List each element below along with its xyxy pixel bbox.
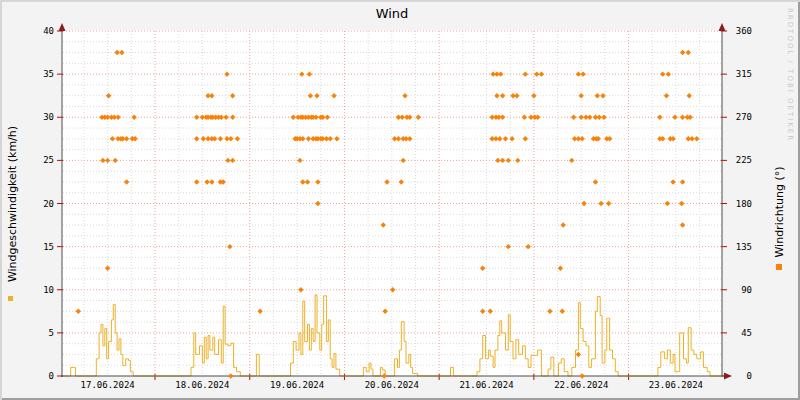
- date-label: 21.06.2024: [459, 380, 513, 390]
- right-tick-label: 270: [722, 112, 752, 122]
- date-label: 17.06.2024: [81, 380, 135, 390]
- left-tick-label: 0: [18, 371, 54, 381]
- left-tick-label: 25: [18, 155, 54, 165]
- right-tick-label: 0: [722, 371, 752, 381]
- left-tick-label: 10: [18, 285, 54, 295]
- date-label: 22.06.2024: [554, 380, 608, 390]
- right-tick-label: 225: [722, 155, 752, 165]
- right-tick-label: 135: [722, 242, 752, 252]
- left-tick-label: 30: [18, 112, 54, 122]
- right-tick-label: 360: [722, 26, 752, 36]
- right-tick-label: 90: [722, 285, 752, 295]
- right-tick-label: 45: [722, 328, 752, 338]
- up-arrow-icon: [59, 23, 66, 31]
- left-tick-label: 15: [18, 242, 54, 252]
- date-label: 23.06.2024: [649, 380, 703, 390]
- left-tick-label: 5: [18, 328, 54, 338]
- right-tick-label: 180: [722, 199, 752, 209]
- chart-plot-area: [0, 0, 800, 400]
- left-tick-label: 40: [18, 26, 54, 36]
- left-tick-label: 35: [18, 69, 54, 79]
- rrdtool-wind-graph: Wind Windgeschwindigkeit (km/h) Windrich…: [0, 0, 800, 400]
- date-label: 18.06.2024: [175, 380, 229, 390]
- date-label: 19.06.2024: [270, 380, 324, 390]
- right-tick-label: 315: [722, 69, 752, 79]
- left-tick-label: 20: [18, 199, 54, 209]
- date-label: 20.06.2024: [365, 380, 419, 390]
- watermark: RRDTOOL / TOBI OETIKER: [786, 8, 794, 142]
